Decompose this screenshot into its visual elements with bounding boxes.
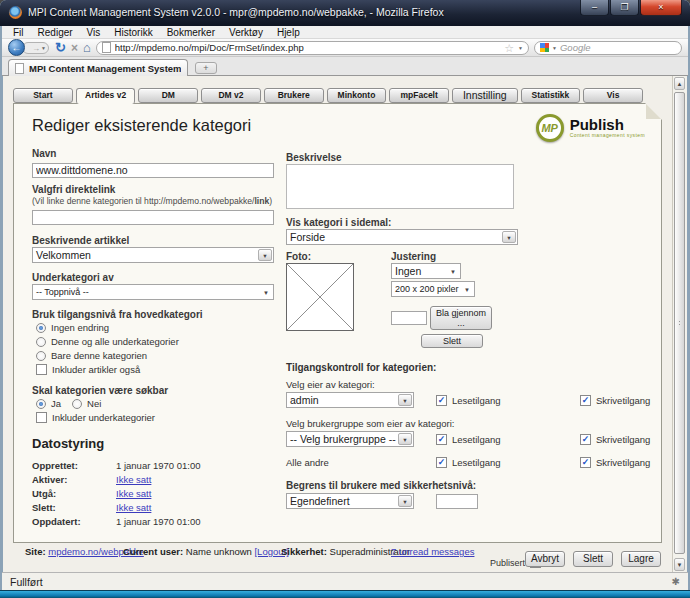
- url-input[interactable]: [115, 42, 500, 53]
- checkbox-inkluder-underkategorier[interactable]: Inkluder underkategorier: [36, 412, 274, 423]
- radio-denne-og-alle[interactable]: Denne og alle underkategorier: [36, 336, 274, 347]
- checkbox-icon[interactable]: ✓: [436, 395, 447, 406]
- tilgang-label: Bruk tilgangsnivå fra hovedkategori: [32, 309, 274, 320]
- radio-ja[interactable]: [36, 399, 46, 409]
- slett-link[interactable]: Ikke satt: [116, 502, 151, 513]
- forward-button[interactable]: → ▼: [22, 42, 49, 54]
- page-icon: [15, 63, 24, 74]
- checkbox-icon[interactable]: ✓: [580, 434, 591, 445]
- beskrivelse-textarea[interactable]: [286, 164, 514, 209]
- tab-dm[interactable]: DM: [138, 88, 198, 103]
- slett-button[interactable]: Slett: [573, 551, 613, 567]
- menu-historikk[interactable]: Historikk: [107, 27, 159, 38]
- tab-innstilling[interactable]: Innstilling: [452, 88, 518, 103]
- radio-ingen-endring[interactable]: Ingen endring: [36, 322, 274, 333]
- menu-verktoy[interactable]: Verktøy: [222, 27, 270, 38]
- beskrivende-select[interactable]: Velkommen▼: [32, 247, 274, 263]
- scrollbar-thumb[interactable]: [674, 92, 685, 554]
- scrollbar[interactable]: ▲ ▼: [672, 76, 686, 572]
- search-engine-dropdown-icon[interactable]: ▼: [552, 45, 557, 51]
- foto-placeholder: [286, 263, 354, 331]
- history-dropdown-icon[interactable]: ▼: [41, 45, 46, 51]
- gruppe-select[interactable]: -- Velg brukergruppe --▼: [286, 431, 414, 447]
- tab-statistikk[interactable]: Statistikk: [521, 88, 581, 103]
- chevron-down-icon[interactable]: ▼: [502, 231, 516, 243]
- reload-button[interactable]: ↻: [55, 40, 66, 55]
- chevron-down-icon[interactable]: ▼: [260, 286, 272, 298]
- url-bar[interactable]: ☆ ▼: [96, 41, 529, 55]
- sikkerhetsniva-select[interactable]: Egendefinert▼: [286, 493, 414, 509]
- tab-start[interactable]: Start: [13, 88, 73, 103]
- stop-button[interactable]: ×: [71, 41, 78, 55]
- chevron-down-icon[interactable]: ▼: [447, 265, 459, 277]
- radio-icon[interactable]: [36, 351, 46, 361]
- alle-skrivetilgang[interactable]: ✓Skrivetilgang: [580, 457, 650, 468]
- radio-nei[interactable]: [72, 399, 82, 409]
- eier-lesetilgang[interactable]: ✓Lesetilgang: [436, 395, 532, 406]
- gruppe-label: Velg brukergruppe som eier av kategori:: [286, 418, 658, 429]
- chevron-down-icon[interactable]: ▼: [398, 394, 412, 406]
- maximize-button[interactable]: ❐: [610, 0, 639, 16]
- file-input[interactable]: [391, 311, 427, 325]
- navn-input[interactable]: [32, 163, 274, 178]
- bookmark-star-icon[interactable]: ☆: [504, 43, 514, 53]
- direktelink-input[interactable]: [32, 210, 274, 225]
- tab-mpfacelt[interactable]: mpFacelt: [389, 88, 449, 103]
- checkbox-icon[interactable]: ✓: [580, 395, 591, 406]
- browser-tab[interactable]: MPI Content Management System v...: [8, 59, 188, 76]
- tab-brukere[interactable]: Brukere: [264, 88, 324, 103]
- search-box[interactable]: ▼: [534, 41, 682, 55]
- checkbox-inkluder-artikler[interactable]: Inkluder artikler også: [36, 364, 274, 375]
- radio-icon[interactable]: [36, 323, 46, 333]
- radio-bare-denne[interactable]: Bare denne kategorien: [36, 350, 274, 361]
- title-bar: MPI Content Management System v2.0.0 - m…: [0, 0, 690, 26]
- eier-select[interactable]: admin▼: [286, 392, 414, 408]
- sidemal-select[interactable]: Forside▼: [286, 229, 518, 245]
- tab-dm-v2[interactable]: DM v2: [201, 88, 261, 103]
- avbryt-button[interactable]: Avbryt: [525, 551, 565, 567]
- checkbox-icon[interactable]: [36, 412, 47, 423]
- back-button[interactable]: ←: [8, 39, 25, 56]
- aktiver-link[interactable]: Ikke satt: [116, 474, 151, 485]
- unread-messages-link[interactable]: 7 unread messages: [391, 546, 474, 557]
- gruppe-skrivetilgang[interactable]: ✓Skrivetilgang: [580, 434, 650, 445]
- utga-link[interactable]: Ikke satt: [116, 488, 151, 499]
- scroll-down-button[interactable]: ▼: [674, 558, 685, 571]
- menu-vis[interactable]: Vis: [80, 27, 108, 38]
- search-input[interactable]: [560, 42, 690, 53]
- tab-minkonto[interactable]: Minkonto: [327, 88, 387, 103]
- tab-vis[interactable]: Vis: [583, 88, 643, 103]
- chevron-down-icon[interactable]: ▼: [258, 249, 272, 261]
- browse-button[interactable]: Bla gjennom ...: [430, 306, 492, 330]
- size-select[interactable]: 200 x 200 pixler▼: [391, 281, 475, 297]
- home-button[interactable]: ⌂: [83, 40, 91, 55]
- chevron-down-icon[interactable]: ▼: [398, 433, 412, 445]
- lagre-button[interactable]: Lagre: [621, 551, 661, 567]
- logo-tagline: Content management system: [570, 132, 645, 138]
- content-panel: Rediger eksisterende kategori MP Publish…: [13, 103, 662, 543]
- radio-icon[interactable]: [36, 337, 46, 347]
- menu-bokmerker[interactable]: Bokmerker: [160, 27, 222, 38]
- scroll-up-button[interactable]: ▲: [674, 77, 685, 90]
- minimize-button[interactable]: –: [580, 0, 609, 16]
- foto-slett-button[interactable]: Slett: [421, 334, 483, 348]
- alle-lesetilgang[interactable]: ✓Lesetilgang: [436, 457, 532, 468]
- justering-select[interactable]: Ingen▼: [391, 263, 461, 279]
- chevron-down-icon[interactable]: ▼: [461, 283, 473, 295]
- checkbox-icon[interactable]: [36, 364, 47, 375]
- new-tab-button[interactable]: +: [195, 62, 217, 74]
- checkbox-icon[interactable]: ✓: [436, 457, 447, 468]
- checkbox-icon[interactable]: ✓: [436, 434, 447, 445]
- checkbox-icon[interactable]: ✓: [580, 457, 591, 468]
- menu-hjelp[interactable]: Hjelp: [270, 27, 307, 38]
- chevron-down-icon[interactable]: ▼: [398, 495, 412, 507]
- sikkerhetsniva-input[interactable]: [436, 494, 478, 509]
- gruppe-lesetilgang[interactable]: ✓Lesetilgang: [436, 434, 532, 445]
- menu-rediger[interactable]: Rediger: [31, 27, 80, 38]
- url-dropdown-icon[interactable]: ▼: [518, 45, 523, 51]
- menu-fil[interactable]: Fil: [6, 27, 31, 38]
- tab-artides-v2[interactable]: Artides v2: [76, 88, 136, 104]
- eier-skrivetilgang[interactable]: ✓Skrivetilgang: [580, 395, 650, 406]
- close-button[interactable]: ×: [640, 0, 682, 16]
- underkategori-select[interactable]: -- Toppnivå --▼: [32, 284, 274, 300]
